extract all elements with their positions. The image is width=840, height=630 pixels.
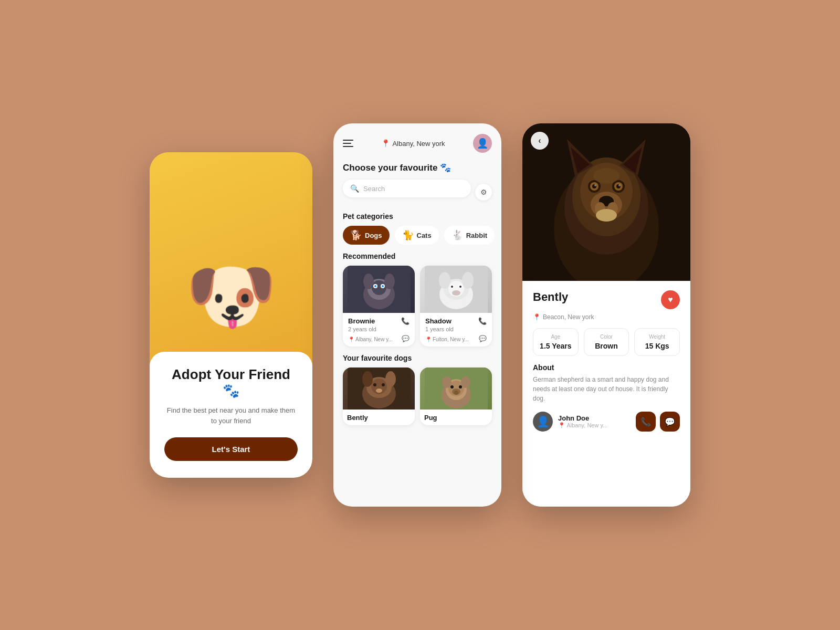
fav-card-pug[interactable]: Pug xyxy=(420,368,492,425)
shadow-name: Shadow xyxy=(425,317,452,325)
brownie-info: Brownie 📞 2 years old 📍 Albany, New y...… xyxy=(343,313,415,346)
bently-fav-image xyxy=(343,368,415,410)
hamburger-line-1 xyxy=(343,140,353,141)
location-pin-icon: 📍 xyxy=(381,139,390,148)
svg-point-8 xyxy=(363,274,374,289)
dogs-label: Dogs xyxy=(365,232,382,239)
detail-hero-svg xyxy=(522,123,690,281)
svg-point-39 xyxy=(461,376,470,388)
back-button[interactable]: ‹ xyxy=(531,132,549,150)
heart-button[interactable]: ♥ xyxy=(661,290,680,309)
screen-browse: 📍 Albany, New york 👤 Choose your favouri… xyxy=(333,123,501,507)
shadow-phone-icon[interactable]: 📞 xyxy=(478,317,487,325)
brownie-image xyxy=(343,266,415,313)
svg-point-3 xyxy=(372,280,386,295)
fav-card-bently[interactable]: Bently xyxy=(343,368,415,425)
heading-text: Choose your favourite xyxy=(343,163,437,173)
onboarding-card: Adopt Your Friend 🐾 Find the best pet ne… xyxy=(150,352,312,478)
svg-point-6 xyxy=(374,285,376,287)
rabbits-label: Rabbit xyxy=(466,232,487,239)
svg-point-7 xyxy=(382,285,384,287)
svg-point-17 xyxy=(459,286,461,288)
favourites-section: Your favourite dogs xyxy=(343,354,492,425)
shadow-image xyxy=(420,266,492,313)
brownie-chat-icon[interactable]: 💬 xyxy=(402,335,410,342)
svg-point-62 xyxy=(596,209,617,222)
svg-point-29 xyxy=(376,388,382,393)
pet-card-shadow[interactable]: Shadow 📞 1 years old 📍 Fulton, New y... … xyxy=(420,266,492,346)
user-avatar[interactable]: 👤 xyxy=(473,134,492,153)
phone-button[interactable]: 📞 xyxy=(636,412,656,432)
shadow-chat-icon[interactable]: 💬 xyxy=(479,335,487,342)
location-text: Beacon, New york xyxy=(543,313,594,321)
pug-fav-name: Pug xyxy=(424,414,437,422)
paw-emoji: 🐾 xyxy=(223,383,239,398)
brownie-age: 2 years old xyxy=(348,326,410,332)
category-cats[interactable]: 🐈 Cats xyxy=(395,226,439,245)
brownie-name: Brownie xyxy=(348,317,375,325)
categories-title: Pet categories xyxy=(343,212,492,220)
pet-card-brownie[interactable]: Brownie 📞 2 years old 📍 Albany, New y...… xyxy=(343,266,415,346)
detail-body: Bently ♥ 📍 Beacon, New york Age 1.5 Year… xyxy=(522,281,690,507)
shadow-pin-icon: 📍 xyxy=(425,337,432,342)
shadow-info: Shadow 📞 1 years old 📍 Fulton, New y... … xyxy=(420,313,492,346)
dog-name: Bently xyxy=(533,290,568,304)
brownie-location: 📍 Albany, New y... xyxy=(348,337,393,342)
hamburger-menu[interactable] xyxy=(343,140,353,147)
lets-start-button[interactable]: Let's Start xyxy=(164,437,298,461)
age-label: Age xyxy=(538,334,574,340)
color-label: Color xyxy=(589,334,625,340)
shadow-location: 📍 Fulton, New y... xyxy=(425,337,469,342)
category-dogs[interactable]: 🐕 Dogs xyxy=(343,226,390,245)
svg-point-59 xyxy=(593,168,620,184)
svg-point-26 xyxy=(382,383,385,386)
onboarding-subtitle: Find the best pet near you and make them… xyxy=(164,405,298,426)
owner-info: John Doe 📍 Albany, New y... xyxy=(558,414,631,429)
filter-button[interactable]: ⚙ xyxy=(475,184,492,201)
recommended-grid: Brownie 📞 2 years old 📍 Albany, New y...… xyxy=(343,266,492,346)
contact-buttons: 📞 💬 xyxy=(636,412,680,432)
browse-content: 📍 Albany, New york 👤 Choose your favouri… xyxy=(333,123,501,507)
search-placeholder: Search xyxy=(363,185,464,193)
dog-header: Bently ♥ xyxy=(533,290,680,309)
stats-row: Age 1.5 Years Color Brown Weight 15 Kgs xyxy=(533,328,680,356)
location-pin-icon: 📍 xyxy=(533,313,541,321)
hamburger-line-2 xyxy=(343,143,351,144)
stat-weight: Weight 15 Kgs xyxy=(634,328,680,356)
age-value: 1.5 Years xyxy=(538,342,574,350)
dog-emoji: 🐶 xyxy=(185,253,277,340)
recommended-title: Recommended xyxy=(343,252,492,260)
heading-paw: 🐾 xyxy=(440,163,451,173)
dog-location: 📍 Beacon, New york xyxy=(533,313,680,321)
search-row: 🔍 Search ⚙ xyxy=(343,180,492,205)
hero-image-area: 🐶 xyxy=(150,152,312,362)
cats-emoji: 🐈 xyxy=(402,229,414,241)
weight-label: Weight xyxy=(639,334,675,340)
cats-label: Cats xyxy=(417,232,432,239)
svg-point-53 xyxy=(594,184,596,186)
pug-fav-info: Pug xyxy=(420,410,492,425)
svg-point-54 xyxy=(618,184,621,186)
category-rabbits[interactable]: 🐇 Rabbit xyxy=(444,226,495,245)
svg-point-35 xyxy=(459,385,462,388)
svg-point-19 xyxy=(462,272,474,289)
owner-location: 📍 Albany, New y... xyxy=(558,422,631,429)
owner-location-text: Albany, New y... xyxy=(566,422,607,428)
title-text: Adopt Your Friend xyxy=(172,366,290,382)
weight-value: 15 Kgs xyxy=(639,342,675,350)
svg-point-27 xyxy=(362,371,373,387)
search-bar[interactable]: 🔍 Search xyxy=(343,180,471,197)
chat-button[interactable]: 💬 xyxy=(660,412,680,432)
favourites-title: Your favourite dogs xyxy=(343,354,492,362)
shadow-age: 1 years old xyxy=(425,326,487,332)
svg-point-37 xyxy=(454,391,458,395)
location-display: 📍 Albany, New york xyxy=(381,139,445,148)
svg-point-38 xyxy=(442,376,452,388)
bently-fav-name: Bently xyxy=(347,414,368,422)
brownie-phone-icon[interactable]: 📞 xyxy=(401,317,410,325)
bently-fav-info: Bently xyxy=(343,410,415,425)
categories-list: 🐕 Dogs 🐈 Cats 🐇 Rabbit xyxy=(343,226,492,245)
brownie-pin-icon: 📍 xyxy=(348,337,354,342)
owner-name: John Doe xyxy=(558,414,631,422)
owner-pin-icon: 📍 xyxy=(558,422,565,428)
